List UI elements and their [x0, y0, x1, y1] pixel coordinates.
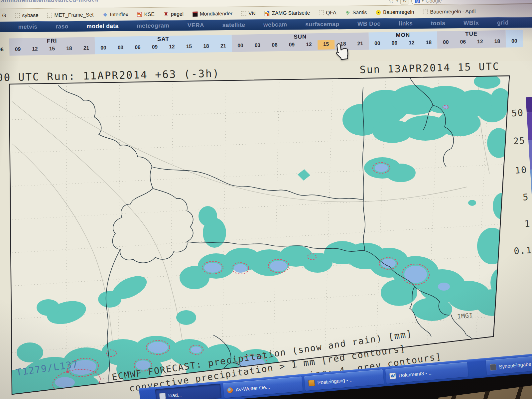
time-step-sun-12[interactable]: 12: [300, 40, 318, 50]
blue-gem-icon: ❖: [102, 12, 107, 17]
nav-item-raso[interactable]: raso: [56, 23, 68, 30]
window-icon: [159, 393, 166, 399]
dashed-box-icon: [241, 11, 246, 16]
bookmark-sybase[interactable]: sybase: [15, 12, 38, 19]
nav-item-webcam[interactable]: webcam: [263, 21, 287, 28]
bookmark-interflex[interactable]: ❖Interflex: [102, 12, 128, 18]
bookmark-label: ZAMG Startseite: [272, 10, 310, 16]
bookmark-met-frame-set[interactable]: MET_Frame_Set: [47, 12, 93, 18]
time-step-fri-21[interactable]: 21: [78, 44, 95, 54]
bookmark-kse[interactable]: KSE: [137, 11, 155, 17]
time-step-tue-12[interactable]: 12: [471, 38, 489, 47]
hour-row: 00061218: [369, 38, 437, 49]
legend-value-label: 50: [511, 107, 524, 118]
bookmark-label: KSE: [144, 11, 155, 17]
time-step-sun-21[interactable]: 21: [351, 40, 369, 49]
taskbar-button-label: AV-Wetter Oe...: [235, 384, 270, 392]
nav-item-wbfx[interactable]: WBfx: [464, 19, 479, 26]
time-step-fri-15[interactable]: 15: [44, 45, 61, 54]
nav-item-model-data[interactable]: model data: [86, 23, 119, 30]
time-step-00[interactable]: 00: [506, 37, 523, 47]
time-step-sat-00[interactable]: 00: [95, 44, 112, 53]
time-step-sun-09[interactable]: 09: [283, 41, 300, 50]
search-engine-dropdown-icon[interactable]: ▾: [422, 0, 424, 2]
yellow-clock-icon: [376, 10, 381, 15]
hour-row: 0912151821: [9, 44, 95, 55]
time-step-sat-18[interactable]: 18: [198, 42, 215, 52]
bookmark-label: Mondkalender: [200, 11, 232, 17]
time-step-sun-15[interactable]: 15: [317, 40, 334, 50]
bookmark-pegel[interactable]: ♜pegel: [164, 11, 184, 17]
taskbar-button-label: Posteingang - ...: [317, 376, 354, 385]
time-step-mon-00[interactable]: 00: [369, 39, 386, 49]
time-step-sat-06[interactable]: 06: [129, 43, 146, 53]
time-step-06[interactable]: 06: [0, 46, 9, 55]
time-step-sat-21[interactable]: 21: [215, 42, 232, 51]
bookmark-bauernregeln[interactable]: Bauernregeln: [376, 9, 414, 15]
day-group-mon: MON00061218: [369, 31, 438, 50]
day-group-edge-0: 06: [0, 39, 9, 56]
bookmark-mondkalender[interactable]: Mondkalender: [193, 11, 232, 17]
time-step-sat-15[interactable]: 15: [181, 42, 198, 52]
google-favicon: g: [415, 0, 420, 3]
taskbar-button-label: load...: [168, 391, 182, 398]
nav-item-tools[interactable]: tools: [431, 20, 445, 27]
time-step-sun-03[interactable]: 03: [249, 41, 266, 51]
bookmark-s-ntis[interactable]: ❉Säntis: [345, 9, 367, 16]
bookmark-zamg-startseite[interactable]: ZAMG Startseite: [265, 10, 310, 16]
star-dropdown-icon[interactable]: ▾: [396, 0, 398, 3]
day-group-sat: SAT0003060912151821: [95, 35, 232, 54]
bookmark-vn[interactable]: VN: [241, 10, 256, 16]
time-step-mon-06[interactable]: 06: [386, 39, 403, 49]
green-sparkle-icon: ❉: [345, 10, 350, 15]
time-step-tue-00[interactable]: 00: [437, 38, 455, 48]
bookmark-qfa[interactable]: QFA: [319, 10, 336, 16]
firefox-icon: [227, 387, 233, 393]
dashed-box-icon: [47, 13, 52, 18]
legend-value-label: 10: [515, 165, 527, 176]
credit-label: IMGI: [457, 312, 473, 320]
time-step-sat-03[interactable]: 03: [112, 44, 129, 53]
taskbar-button-label: SynopEingabe...: [499, 360, 532, 369]
legend-value-label: 25: [513, 135, 526, 146]
hour-row: 00: [506, 37, 523, 47]
bookmark-label: QFA: [326, 10, 336, 16]
red-castle-icon: ♜: [164, 12, 169, 17]
bookmark-label: VN: [248, 10, 256, 16]
nav-item-satellite[interactable]: satellite: [222, 22, 245, 29]
hour-row: 00061218: [437, 37, 506, 48]
time-step-fri-09[interactable]: 09: [9, 45, 27, 55]
nav-item-vera[interactable]: VERA: [188, 22, 204, 29]
nav-item-wb-doc[interactable]: WB Doc: [357, 20, 381, 28]
bookmark-label: pegel: [171, 11, 184, 17]
time-step-fri-18[interactable]: 18: [61, 44, 78, 54]
time-step-sun-00[interactable]: 00: [232, 42, 249, 51]
bookmark-label: G: [2, 13, 6, 19]
nav-item-metvis[interactable]: metvis: [18, 23, 38, 31]
time-step-mon-12[interactable]: 12: [403, 39, 420, 48]
bookmark-star-icon[interactable]: ☆: [388, 0, 394, 4]
time-step-tue-18[interactable]: 18: [488, 37, 506, 47]
day-group-tue: TUE00061218: [437, 30, 506, 49]
bookmark-bauernregeln-april[interactable]: Bauernregeln - April: [423, 9, 475, 15]
taskbar-button-load[interactable]: load...: [155, 384, 221, 399]
bookmark-label: Säntis: [352, 9, 367, 15]
bookmark-label: sybase: [22, 12, 38, 18]
time-step-sat-12[interactable]: 12: [163, 43, 181, 52]
nav-item-meteogram[interactable]: meteogram: [137, 22, 169, 30]
time-step-sun-06[interactable]: 06: [266, 41, 283, 51]
word-icon: W: [389, 372, 396, 379]
hour-row: 06: [0, 46, 9, 55]
time-step-fri-12[interactable]: 12: [26, 45, 44, 55]
browser-chrome: at/modelldaten/advanced-model/ ☆ ▾ ↻ g ▾…: [0, 0, 532, 56]
nav-item-links[interactable]: links: [399, 20, 413, 27]
mouse-cursor-pointer: [334, 43, 350, 61]
day-label: [506, 30, 523, 37]
time-step-mon-18[interactable]: 18: [420, 38, 437, 48]
bookmark-g[interactable]: G: [0, 13, 6, 19]
nav-item-grid[interactable]: grid: [497, 19, 509, 26]
nav-item-surfacemap[interactable]: surfacemap: [305, 21, 339, 28]
time-step-tue-06[interactable]: 06: [454, 38, 471, 47]
reload-button[interactable]: ↻: [400, 0, 409, 4]
time-step-sat-09[interactable]: 09: [146, 43, 164, 53]
